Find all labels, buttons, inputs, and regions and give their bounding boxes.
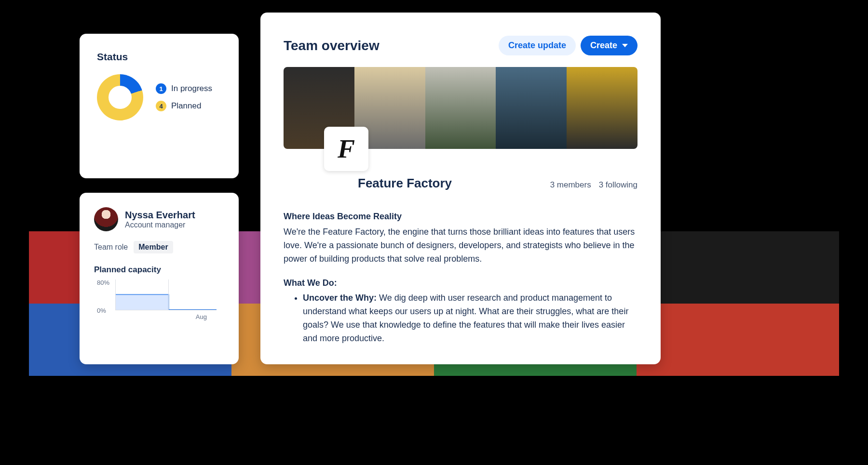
status-count-badge: 4 [156, 101, 166, 111]
status-donut-chart [97, 74, 143, 120]
list-item: Uncover the Why: We dig deep with user r… [303, 292, 637, 345]
members-count[interactable]: 3 members [550, 180, 591, 190]
profile-role: Account manager [125, 221, 195, 229]
team-overview-card: Team overview Create update Create F Fea… [260, 13, 661, 364]
planned-capacity-title: Planned capacity [94, 265, 224, 275]
following-count[interactable]: 3 following [599, 180, 637, 190]
bullet-title: Uncover the Why: [303, 293, 377, 303]
chevron-down-icon [622, 44, 628, 47]
description-heading: What We Do: [284, 277, 637, 290]
create-update-button[interactable]: Create update [499, 36, 576, 55]
create-button[interactable]: Create [581, 36, 637, 55]
team-logo[interactable]: F [324, 127, 368, 171]
team-name: Feature Factory [358, 176, 536, 191]
status-card: Status 1 In progress 4 Planned [80, 34, 239, 178]
team-logo-letter: F [338, 134, 355, 164]
team-role-value[interactable]: Member [134, 241, 173, 253]
status-title: Status [97, 51, 221, 63]
status-legend: 1 In progress 4 Planned [156, 83, 212, 111]
profile-card: Nyssa Everhart Account manager Team role… [80, 193, 239, 364]
x-label-aug: Aug [196, 313, 207, 320]
profile-name[interactable]: Nyssa Everhart [125, 210, 195, 221]
legend-item-planned[interactable]: 4 Planned [156, 101, 212, 111]
legend-item-in-progress[interactable]: 1 In progress [156, 83, 212, 94]
team-role-label: Team role [94, 243, 128, 252]
status-label: In progress [171, 84, 212, 93]
page-title: Team overview [284, 38, 380, 53]
description-intro: We're the Feature Factory, the engine th… [284, 226, 637, 266]
planned-capacity-chart: 80% 0% Aug [97, 279, 222, 323]
y-tick-0: 0% [97, 307, 106, 314]
status-count-badge: 1 [156, 83, 166, 94]
team-description: Where Ideas Become Reality We're the Fea… [284, 210, 637, 345]
y-tick-80: 80% [97, 279, 109, 286]
description-heading: Where Ideas Become Reality [284, 210, 637, 224]
avatar[interactable] [94, 207, 118, 231]
status-label: Planned [171, 101, 201, 111]
